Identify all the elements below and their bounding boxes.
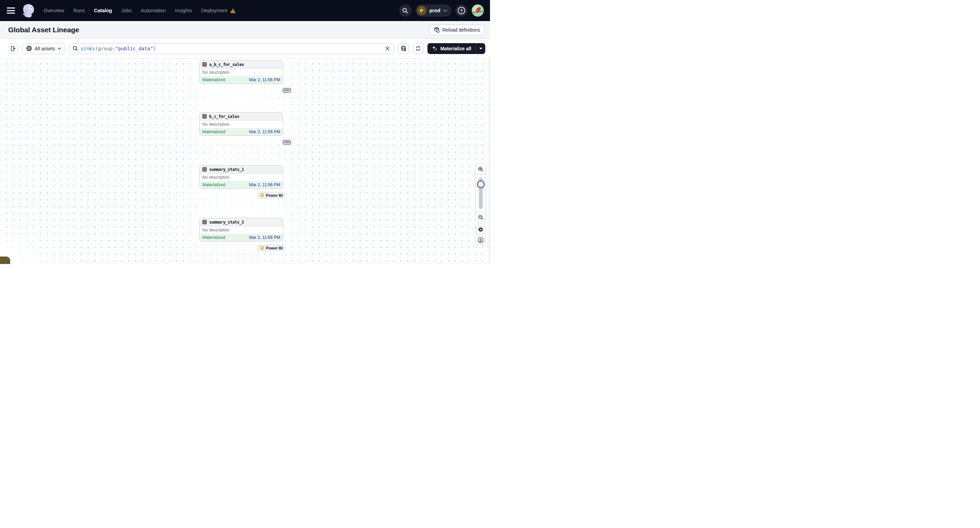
powerbi-icon bbox=[260, 193, 264, 197]
query-token-function: sinks bbox=[81, 46, 95, 51]
nav-right: P prod ? bbox=[399, 5, 484, 17]
nav-item-automation[interactable]: Automation bbox=[141, 8, 165, 13]
asset-node-header: a_b_c_for_sales bbox=[200, 60, 283, 69]
refresh-button[interactable] bbox=[413, 43, 424, 54]
asset-node-header: b_c_for_sales bbox=[200, 113, 283, 121]
nav-item-insights[interactable]: Insights bbox=[175, 8, 192, 13]
materialize-all-button[interactable]: Materialize all bbox=[428, 43, 476, 54]
graph-settings-button[interactable] bbox=[476, 225, 485, 234]
scrollbar[interactable] bbox=[489, 59, 490, 264]
nav-item-runs[interactable]: Runs bbox=[73, 8, 85, 13]
kind-tag-csv[interactable]: CSV bbox=[282, 87, 292, 94]
asset-name: summary_stats_2 bbox=[209, 220, 244, 225]
asset-status-row: Materialized Mar 2, 11:56 PM bbox=[200, 181, 283, 189]
asset-status-row: Materialized Mar 2, 11:56 PM bbox=[200, 128, 283, 136]
open-panel-button[interactable] bbox=[8, 43, 18, 54]
menu-icon[interactable] bbox=[7, 8, 15, 14]
lineage-graph-canvas[interactable]: a_b_c_for_sales No description Materiali… bbox=[0, 59, 490, 264]
nav-item-label: Insights bbox=[175, 8, 192, 13]
chevron-down-icon bbox=[58, 48, 61, 49]
nav-item-deployment[interactable]: Deployment bbox=[201, 8, 235, 13]
zoom-control bbox=[476, 164, 486, 223]
status-badge: Materialized bbox=[202, 78, 225, 82]
clear-search-icon[interactable] bbox=[383, 44, 392, 53]
nav-item-catalog[interactable]: Catalog bbox=[94, 8, 112, 13]
dagster-logo-icon[interactable] bbox=[21, 3, 36, 18]
user-avatar[interactable] bbox=[472, 5, 484, 17]
zoom-slider[interactable] bbox=[476, 174, 485, 212]
asset-node[interactable]: a_b_c_for_sales No description Materiali… bbox=[199, 60, 283, 84]
asset-description: No description bbox=[200, 174, 283, 181]
globe-plus-icon bbox=[401, 46, 407, 52]
refresh-icon bbox=[415, 46, 421, 51]
top-nav: OverviewRunsCatalogJobsAutomationInsight… bbox=[0, 0, 490, 21]
caret-down-icon bbox=[479, 48, 482, 49]
help-icon[interactable]: ? bbox=[455, 5, 468, 17]
zoom-slider-handle[interactable] bbox=[477, 181, 485, 188]
deployment-name: prod bbox=[430, 8, 441, 13]
zoom-out-button[interactable] bbox=[476, 212, 485, 222]
table-icon bbox=[202, 62, 207, 67]
minimap[interactable] bbox=[0, 257, 10, 264]
asset-node-header: summary_stats_1 bbox=[200, 165, 283, 174]
materialization-timestamp[interactable]: Mar 2, 11:56 PM bbox=[249, 130, 280, 134]
query-token-key: group: bbox=[98, 46, 115, 51]
globe-icon bbox=[26, 46, 32, 51]
zoom-in-button[interactable] bbox=[476, 164, 485, 174]
csv-icon: CSV bbox=[283, 140, 291, 144]
search-icon[interactable] bbox=[399, 5, 412, 17]
kind-tag-powerbi[interactable]: Power BI bbox=[257, 244, 285, 251]
nav-item-overview[interactable]: Overview bbox=[43, 8, 64, 13]
query-token-string: "public_data" bbox=[115, 46, 153, 51]
chevron-down-icon bbox=[444, 10, 447, 12]
download-icon bbox=[478, 237, 484, 243]
asset-node[interactable]: summary_stats_2 No description Materiali… bbox=[199, 218, 283, 242]
nav-item-label: Automation bbox=[141, 8, 165, 13]
materialize-all-label: Materialize all bbox=[441, 46, 471, 51]
panel-toggle-icon bbox=[11, 46, 16, 51]
page-header: Global Asset Lineage Reload definitions bbox=[0, 21, 490, 39]
asset-name: b_c_for_sales bbox=[209, 114, 239, 119]
status-badge: Materialized bbox=[202, 182, 225, 187]
asset-description: No description bbox=[200, 121, 283, 128]
nav-item-label: Deployment bbox=[201, 8, 227, 13]
search-input[interactable]: sinks(group:"public_data") bbox=[69, 43, 395, 54]
asset-description: No description bbox=[200, 69, 283, 76]
sparkles-icon bbox=[432, 46, 438, 51]
kind-tag-csv[interactable]: CSV bbox=[282, 139, 292, 146]
asset-name: a_b_c_for_sales bbox=[209, 62, 244, 67]
new-asset-group-button[interactable] bbox=[398, 43, 409, 54]
deployment-switcher[interactable]: P prod bbox=[415, 5, 451, 17]
asset-node[interactable]: summary_stats_1 No description Materiali… bbox=[199, 165, 283, 189]
kind-tag-powerbi[interactable]: Power BI bbox=[257, 192, 285, 199]
table-icon bbox=[202, 167, 207, 171]
download-image-button[interactable] bbox=[476, 235, 485, 245]
materialization-timestamp[interactable]: Mar 2, 11:56 PM bbox=[249, 78, 280, 82]
asset-status-row: Materialized Mar 2, 11:56 PM bbox=[200, 76, 283, 84]
asset-node-header: summary_stats_2 bbox=[200, 218, 283, 226]
materialization-timestamp[interactable]: Mar 2, 11:56 PM bbox=[249, 235, 280, 240]
lineage-toolbar: All assets sinks(group:"public_data") bbox=[0, 39, 490, 59]
reload-cube-icon bbox=[434, 27, 440, 33]
nav-item-label: Jobs bbox=[121, 8, 132, 13]
status-badge: Materialized bbox=[202, 235, 225, 240]
csv-icon: CSV bbox=[283, 88, 291, 92]
materialize-options-button[interactable] bbox=[476, 43, 485, 54]
search-icon bbox=[73, 46, 78, 51]
table-icon bbox=[202, 114, 207, 119]
reload-definitions-button[interactable]: Reload definitions bbox=[430, 24, 485, 35]
materialization-timestamp[interactable]: Mar 2, 11:56 PM bbox=[249, 182, 280, 187]
asset-scope-label: All assets bbox=[35, 46, 55, 51]
nav-item-label: Catalog bbox=[94, 8, 112, 13]
nav-item-jobs[interactable]: Jobs bbox=[121, 8, 132, 13]
asset-node[interactable]: b_c_for_sales No description Materialize… bbox=[199, 112, 283, 136]
gear-icon bbox=[478, 227, 484, 232]
kind-tag-label: Power BI bbox=[266, 246, 283, 250]
materialize-all-split-button: Materialize all bbox=[428, 43, 485, 54]
asset-status-row: Materialized Mar 2, 11:56 PM bbox=[200, 234, 283, 241]
powerbi-icon bbox=[260, 246, 264, 250]
kind-tag-label: Power BI bbox=[266, 193, 283, 197]
query-token-punct: ( bbox=[95, 46, 98, 51]
query-token-punct: ) bbox=[153, 46, 156, 51]
asset-scope-dropdown[interactable]: All assets bbox=[22, 43, 65, 54]
